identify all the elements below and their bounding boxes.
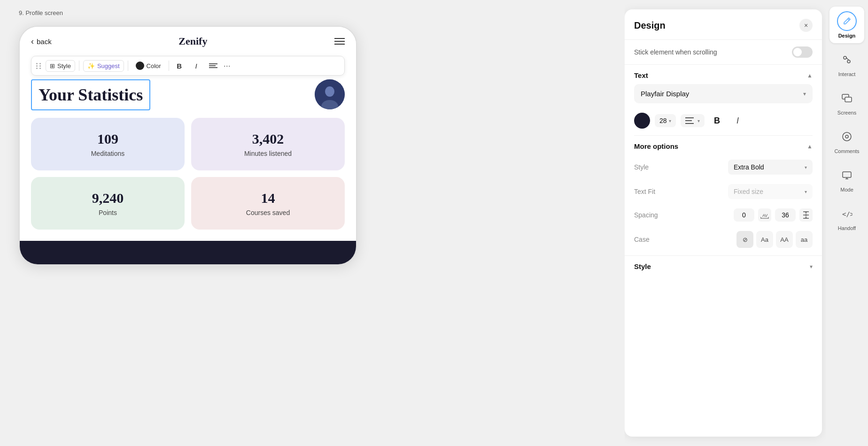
stat-card-courses[interactable]: 14 Courses saved [191,177,345,230]
comments-icon [837,127,857,146]
case-none-button[interactable]: ⊘ [736,231,753,248]
svg-point-20 [845,135,848,138]
style-label: Style [57,62,71,69]
toolbar-drag-handle[interactable] [36,63,42,69]
mode-icon [837,165,857,185]
phone-menu-button[interactable] [334,38,345,45]
more-options-chevron-icon[interactable]: ▲ [807,143,813,150]
stat-card-meditations[interactable]: 109 Meditations [31,118,185,170]
bottom-style-chevron-icon[interactable]: ▾ [810,263,813,270]
text-style-row: 28 ▾ ▾ B I [625,110,822,135]
phone-app-title: Zenify [178,35,207,47]
design-label: Design [838,33,856,38]
suggest-icon: ✨ [87,62,95,69]
toolbar-divider-2 [128,61,128,71]
sidebar-item-screens[interactable]: Screens [829,84,864,120]
align-button[interactable] [207,59,220,72]
text-bold-button[interactable]: B [709,113,725,129]
handoff-icon: </> [837,204,857,223]
right-sidebar: Design Interact Screens [826,0,868,446]
stat-card-points[interactable]: 9,240 Points [31,177,185,230]
style-option-row: Style Extra Bold ▾ [625,155,822,179]
text-fit-option-label: Text Fit [634,188,655,195]
style-value-text: Extra Bold [734,163,802,171]
phone-toolbar: ‹ back Zenify [20,27,356,56]
font-name: Playfair Display [641,90,689,98]
interact-icon [837,50,857,69]
floating-toolbar: ⊞ Style ✨ Suggest Color B I [31,56,345,76]
stats-heading: Your Statistics [39,85,143,105]
case-row: Case ⊘ Aa AA aa [625,226,822,255]
style-icon: ⊞ [50,62,55,69]
phone-back-button[interactable]: ‹ back [31,37,52,46]
align-icon [685,117,694,124]
back-label: back [37,38,52,46]
svg-line-16 [846,58,849,60]
color-label: Color [147,62,161,69]
svg-point-19 [843,132,851,141]
style-value-chevron-icon: ▾ [805,165,807,170]
more-options-header: More options ▲ [625,136,822,155]
sidebar-item-comments[interactable]: Comments [829,122,864,159]
case-title-button[interactable]: Aa [756,231,773,248]
suggest-button[interactable]: ✨ Suggest [83,60,124,72]
line-spacing-icon [799,208,813,222]
page-label: 9. Profile screen [19,9,606,16]
avatar-wrapper [315,79,345,109]
phone-bottom-bar [20,241,356,264]
style-value-selector[interactable]: Extra Bold ▾ [728,160,813,175]
color-swatch-icon [136,62,144,70]
bottom-style-label: Style [634,262,651,270]
style-option-label: Style [634,163,649,171]
style-button[interactable]: ⊞ Style [46,60,75,72]
spacing-label: Spacing [634,211,658,219]
spacing-controls: 0 AV 36 [734,208,813,222]
align-chevron-icon: ▾ [698,118,700,123]
spacing-row: Spacing 0 AV 36 [625,204,822,226]
font-selector[interactable]: Playfair Display ▾ [634,84,813,103]
screens-label: Screens [837,110,856,115]
case-upper-button[interactable]: AA [776,231,793,248]
handoff-label: Handoff [838,225,856,231]
text-align-selector[interactable]: ▾ [681,114,705,127]
font-size-chevron-icon: ▾ [669,118,671,123]
text-fit-chevron-icon: ▾ [805,189,807,194]
stat-label-minutes: Minutes listened [244,150,292,157]
text-section-chevron[interactable]: ▲ [807,72,813,79]
design-panel-title: Design [634,20,666,31]
font-size-selector[interactable]: 28 ▾ [655,114,676,127]
design-panel-close-button[interactable]: × [799,19,813,32]
svg-rect-21 [843,172,851,177]
more-options-button[interactable]: ··· [224,61,231,71]
stats-heading-selected[interactable]: Your Statistics [31,79,150,110]
bold-button[interactable]: B [173,59,186,72]
design-icon [837,11,857,31]
stat-card-minutes[interactable]: 3,402 Minutes listened [191,118,345,170]
screens-icon [837,88,857,108]
sidebar-item-handoff[interactable]: </> Handoff [829,199,864,236]
color-button[interactable]: Color [132,60,165,72]
comments-label: Comments [834,148,859,154]
interact-label: Interact [838,71,856,77]
text-italic-button[interactable]: I [730,113,746,129]
line-spacing-input[interactable]: 36 [775,208,796,222]
phone-mockup: ‹ back Zenify ⊞ Style [19,26,357,265]
sidebar-item-design[interactable]: Design [829,7,864,43]
svg-point-1 [325,86,334,97]
sidebar-item-mode[interactable]: Mode [829,161,864,197]
text-section-title: Text [634,71,648,79]
sidebar-item-interact[interactable]: Interact [829,45,864,82]
stats-heading-wrapper: Your Statistics [31,79,345,110]
letter-spacing-input[interactable]: 0 [734,208,754,222]
sticky-toggle[interactable] [792,46,813,58]
text-color-swatch[interactable] [634,113,650,129]
text-fit-value-text: Fixed size [734,188,802,195]
case-lower-button[interactable]: aa [796,231,813,248]
bottom-style-section: Style ▾ [625,255,822,275]
italic-button[interactable]: I [190,59,203,72]
stat-number-minutes: 3,402 [252,131,284,147]
text-fit-value-selector[interactable]: Fixed size ▾ [728,184,813,199]
suggest-label: Suggest [97,62,120,69]
sticky-element-row: Stick element when scrolling [625,40,822,65]
user-avatar[interactable] [315,79,345,109]
